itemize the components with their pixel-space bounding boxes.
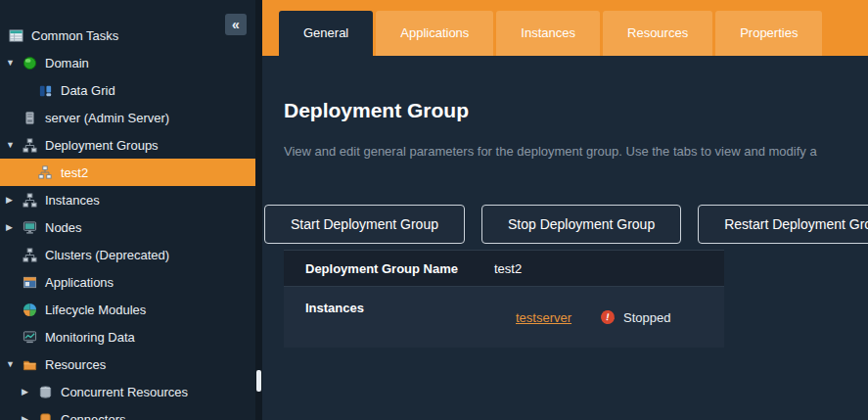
deployment-group-details: Deployment Group Name test2 Instances te…: [284, 250, 724, 348]
tab-bar: General Applications Instances Resources…: [262, 0, 868, 56]
sidebar-item-deployment-groups[interactable]: ▼ Deployment Groups: [0, 131, 262, 159]
sidebar: « Common Tasks ▼ Domain: [0, 0, 262, 420]
tab-applications[interactable]: Applications: [376, 11, 493, 56]
sidebar-item-nodes[interactable]: ▶ Nodes: [0, 213, 262, 241]
deployment-groups-icon: [22, 137, 37, 153]
chevron-right-icon[interactable]: ▶: [6, 222, 22, 232]
sidebar-item-label: Common Tasks: [31, 28, 118, 43]
applications-icon: [22, 274, 37, 290]
chevron-right-icon[interactable]: ▶: [6, 195, 22, 205]
tab-instances[interactable]: Instances: [496, 11, 600, 56]
page-description: View and edit general parameters for the…: [284, 144, 868, 159]
sidebar-item-label: Domain: [45, 56, 89, 70]
resources-folder-icon: [22, 356, 37, 372]
monitoring-icon: [22, 329, 37, 345]
domain-globe-icon: [22, 55, 37, 70]
instance-icon: [37, 164, 53, 180]
sidebar-item-server[interactable]: server (Admin Server): [0, 104, 262, 131]
concurrent-resources-icon: [37, 384, 53, 399]
sidebar-item-concurrent-resources[interactable]: ▶ Concurrent Resources: [0, 378, 262, 405]
sidebar-item-resources[interactable]: ▼ Resources: [0, 350, 262, 378]
connectors-icon: [37, 411, 53, 420]
sidebar-item-common-tasks[interactable]: Common Tasks: [0, 22, 262, 49]
status-text: Stopped: [623, 310, 670, 325]
sidebar-collapse-button[interactable]: «: [225, 14, 247, 35]
page-title: Deployment Group: [284, 99, 868, 122]
sidebar-item-label: Applications: [45, 275, 114, 290]
instance-link[interactable]: testserver: [516, 310, 571, 325]
deployment-group-name-value: test2: [494, 261, 522, 276]
table-row: Deployment Group Name test2: [284, 250, 724, 287]
sidebar-item-test2[interactable]: test2: [0, 159, 262, 186]
sidebar-scrollbar-thumb[interactable]: [256, 370, 261, 392]
chevron-right-icon[interactable]: ▶: [22, 414, 37, 420]
tasks-grid-icon: [8, 27, 23, 43]
sidebar-item-label: Concurrent Resources: [61, 385, 188, 399]
sidebar-item-instances[interactable]: ▶ Instances: [0, 186, 262, 213]
instance-status: ! Stopped: [601, 310, 670, 325]
instances-icon: [22, 192, 37, 208]
sidebar-item-label: Lifecycle Modules: [45, 303, 146, 317]
collapse-sidebar-icon: «: [232, 17, 240, 32]
sidebar-item-label: Resources: [45, 357, 106, 372]
sidebar-item-label: Data Grid: [61, 83, 115, 98]
app-window: « Common Tasks ▼ Domain: [0, 0, 868, 420]
restart-deployment-group-button[interactable]: Restart Deployment Group: [698, 205, 868, 244]
sidebar-scrollbar-track: [255, 0, 262, 420]
server-icon: [22, 110, 37, 125]
sidebar-item-label: Nodes: [45, 220, 82, 235]
stopped-status-icon: !: [600, 309, 616, 325]
deployment-group-name-label: Deployment Group Name: [284, 261, 494, 276]
clusters-icon: [22, 247, 37, 262]
action-button-row: Start Deployment Group Stop Deployment G…: [264, 205, 868, 244]
start-deployment-group-button[interactable]: Start Deployment Group: [264, 205, 465, 244]
sidebar-item-connectors[interactable]: ▶ Connectors: [0, 405, 262, 420]
chevron-down-icon[interactable]: ▼: [6, 140, 22, 150]
chevron-down-icon[interactable]: ▼: [6, 58, 22, 68]
nodes-icon: [22, 219, 37, 235]
main-area: General Applications Instances Resources…: [262, 0, 868, 420]
instances-label: Instances: [284, 287, 494, 348]
chevron-down-icon[interactable]: ▼: [6, 359, 22, 369]
tab-general[interactable]: General: [279, 11, 373, 56]
sidebar-item-label: server (Admin Server): [45, 111, 169, 125]
sidebar-item-applications[interactable]: Applications: [0, 268, 262, 296]
tab-properties[interactable]: Properties: [715, 11, 822, 56]
sidebar-item-monitoring-data[interactable]: Monitoring Data: [0, 323, 262, 350]
lifecycle-modules-icon: [22, 302, 37, 317]
stop-deployment-group-button[interactable]: Stop Deployment Group: [481, 205, 681, 244]
sidebar-tree: Common Tasks ▼ Domain Data Grid: [0, 0, 262, 420]
sidebar-item-label: test2: [61, 165, 88, 180]
sidebar-item-data-grid[interactable]: Data Grid: [0, 76, 262, 104]
sidebar-item-clusters-deprecated[interactable]: Clusters (Deprecated): [0, 241, 262, 268]
sidebar-item-domain[interactable]: ▼ Domain: [0, 49, 262, 76]
page-content: Deployment Group View and edit general p…: [262, 56, 868, 420]
sidebar-item-label: Clusters (Deprecated): [45, 248, 169, 262]
data-grid-icon: [37, 82, 53, 98]
sidebar-item-lifecycle-modules[interactable]: Lifecycle Modules: [0, 296, 262, 323]
sidebar-item-label: Monitoring Data: [45, 330, 135, 345]
sidebar-item-label: Deployment Groups: [45, 138, 159, 153]
tab-resources[interactable]: Resources: [603, 11, 712, 56]
table-row: Instances testserver ! Stopped: [284, 287, 724, 348]
sidebar-item-label: Instances: [45, 193, 100, 208]
sidebar-item-label: Connectors: [61, 412, 125, 420]
chevron-right-icon[interactable]: ▶: [22, 387, 37, 397]
